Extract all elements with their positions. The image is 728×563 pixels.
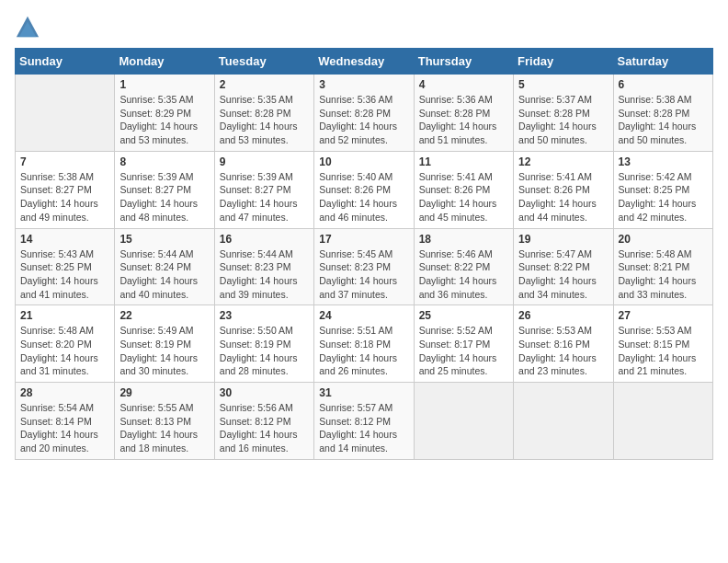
calendar-cell: 28Sunrise: 5:54 AM Sunset: 8:14 PM Dayli… bbox=[16, 383, 115, 460]
calendar-week-row: 1Sunrise: 5:35 AM Sunset: 8:29 PM Daylig… bbox=[16, 75, 713, 152]
day-info: Sunrise: 5:44 AM Sunset: 8:24 PM Dayligh… bbox=[119, 247, 209, 302]
col-header-sunday: Sunday bbox=[16, 49, 115, 75]
day-number: 10 bbox=[319, 155, 408, 168]
day-number: 5 bbox=[518, 78, 608, 91]
day-info: Sunrise: 5:56 AM Sunset: 8:12 PM Dayligh… bbox=[220, 401, 309, 455]
calendar-cell: 27Sunrise: 5:53 AM Sunset: 8:15 PM Dayli… bbox=[613, 305, 712, 383]
day-number: 29 bbox=[119, 386, 209, 399]
day-info: Sunrise: 5:48 AM Sunset: 8:20 PM Dayligh… bbox=[20, 324, 109, 378]
day-info: Sunrise: 5:57 AM Sunset: 8:12 PM Dayligh… bbox=[319, 401, 408, 455]
day-info: Sunrise: 5:44 AM Sunset: 8:23 PM Dayligh… bbox=[220, 247, 309, 302]
day-number: 16 bbox=[220, 233, 309, 246]
calendar-cell bbox=[16, 75, 115, 152]
day-info: Sunrise: 5:53 AM Sunset: 8:16 PM Dayligh… bbox=[518, 324, 608, 378]
day-number: 26 bbox=[518, 309, 608, 322]
calendar-cell: 15Sunrise: 5:44 AM Sunset: 8:24 PM Dayli… bbox=[115, 228, 214, 305]
calendar-week-row: 21Sunrise: 5:48 AM Sunset: 8:20 PM Dayli… bbox=[16, 305, 713, 383]
calendar-cell: 5Sunrise: 5:37 AM Sunset: 8:28 PM Daylig… bbox=[514, 75, 613, 152]
day-number: 3 bbox=[319, 78, 408, 91]
calendar-cell: 4Sunrise: 5:36 AM Sunset: 8:28 PM Daylig… bbox=[414, 75, 513, 152]
day-info: Sunrise: 5:53 AM Sunset: 8:15 PM Dayligh… bbox=[619, 324, 708, 378]
day-info: Sunrise: 5:39 AM Sunset: 8:27 PM Dayligh… bbox=[119, 170, 209, 224]
day-info: Sunrise: 5:54 AM Sunset: 8:14 PM Dayligh… bbox=[20, 401, 109, 455]
day-number: 1 bbox=[119, 78, 209, 91]
day-number: 8 bbox=[119, 155, 209, 168]
calendar-cell: 23Sunrise: 5:50 AM Sunset: 8:19 PM Dayli… bbox=[214, 305, 313, 383]
day-number: 15 bbox=[119, 233, 209, 246]
day-number: 27 bbox=[619, 309, 708, 322]
calendar-cell: 11Sunrise: 5:41 AM Sunset: 8:26 PM Dayli… bbox=[414, 151, 513, 228]
day-info: Sunrise: 5:39 AM Sunset: 8:27 PM Dayligh… bbox=[220, 170, 309, 224]
day-number: 9 bbox=[220, 155, 309, 168]
calendar-cell: 7Sunrise: 5:38 AM Sunset: 8:27 PM Daylig… bbox=[16, 151, 115, 228]
col-header-wednesday: Wednesday bbox=[314, 49, 414, 75]
calendar-cell: 25Sunrise: 5:52 AM Sunset: 8:17 PM Dayli… bbox=[414, 305, 513, 383]
day-info: Sunrise: 5:51 AM Sunset: 8:18 PM Dayligh… bbox=[319, 324, 408, 378]
day-info: Sunrise: 5:52 AM Sunset: 8:17 PM Dayligh… bbox=[419, 324, 508, 378]
calendar-cell: 3Sunrise: 5:36 AM Sunset: 8:28 PM Daylig… bbox=[314, 75, 414, 152]
calendar-cell: 14Sunrise: 5:43 AM Sunset: 8:25 PM Dayli… bbox=[16, 228, 115, 305]
day-number: 7 bbox=[20, 155, 109, 168]
calendar-cell: 16Sunrise: 5:44 AM Sunset: 8:23 PM Dayli… bbox=[214, 228, 313, 305]
calendar-cell: 13Sunrise: 5:42 AM Sunset: 8:25 PM Dayli… bbox=[613, 151, 712, 228]
page-header bbox=[15, 15, 713, 40]
calendar-cell: 19Sunrise: 5:47 AM Sunset: 8:22 PM Dayli… bbox=[514, 228, 613, 305]
calendar-cell: 30Sunrise: 5:56 AM Sunset: 8:12 PM Dayli… bbox=[214, 383, 313, 460]
calendar-cell: 12Sunrise: 5:41 AM Sunset: 8:26 PM Dayli… bbox=[514, 151, 613, 228]
day-info: Sunrise: 5:49 AM Sunset: 8:19 PM Dayligh… bbox=[119, 324, 209, 378]
day-info: Sunrise: 5:35 AM Sunset: 8:29 PM Dayligh… bbox=[119, 93, 209, 147]
day-number: 20 bbox=[619, 233, 708, 246]
calendar-cell: 6Sunrise: 5:38 AM Sunset: 8:28 PM Daylig… bbox=[613, 75, 712, 152]
calendar-table: SundayMondayTuesdayWednesdayThursdayFrid… bbox=[15, 48, 713, 460]
day-info: Sunrise: 5:37 AM Sunset: 8:28 PM Dayligh… bbox=[518, 93, 608, 147]
day-info: Sunrise: 5:47 AM Sunset: 8:22 PM Dayligh… bbox=[518, 247, 608, 302]
day-number: 4 bbox=[419, 78, 508, 91]
calendar-cell: 17Sunrise: 5:45 AM Sunset: 8:23 PM Dayli… bbox=[314, 228, 414, 305]
day-info: Sunrise: 5:43 AM Sunset: 8:25 PM Dayligh… bbox=[20, 247, 109, 302]
day-info: Sunrise: 5:41 AM Sunset: 8:26 PM Dayligh… bbox=[419, 170, 508, 224]
calendar-cell bbox=[613, 383, 712, 460]
day-info: Sunrise: 5:35 AM Sunset: 8:28 PM Dayligh… bbox=[220, 93, 309, 147]
day-info: Sunrise: 5:48 AM Sunset: 8:21 PM Dayligh… bbox=[619, 247, 708, 302]
day-number: 17 bbox=[319, 233, 408, 246]
calendar-cell: 31Sunrise: 5:57 AM Sunset: 8:12 PM Dayli… bbox=[314, 383, 414, 460]
day-number: 30 bbox=[220, 386, 309, 399]
day-info: Sunrise: 5:45 AM Sunset: 8:23 PM Dayligh… bbox=[319, 247, 408, 302]
day-info: Sunrise: 5:38 AM Sunset: 8:28 PM Dayligh… bbox=[619, 93, 708, 147]
calendar-cell: 29Sunrise: 5:55 AM Sunset: 8:13 PM Dayli… bbox=[115, 383, 214, 460]
calendar-cell: 24Sunrise: 5:51 AM Sunset: 8:18 PM Dayli… bbox=[314, 305, 414, 383]
logo-icon bbox=[15, 15, 40, 40]
day-number: 21 bbox=[20, 309, 109, 322]
day-info: Sunrise: 5:50 AM Sunset: 8:19 PM Dayligh… bbox=[220, 324, 309, 378]
day-number: 22 bbox=[119, 309, 209, 322]
day-number: 2 bbox=[220, 78, 309, 91]
col-header-saturday: Saturday bbox=[613, 49, 712, 75]
calendar-cell bbox=[414, 383, 513, 460]
calendar-cell: 22Sunrise: 5:49 AM Sunset: 8:19 PM Dayli… bbox=[115, 305, 214, 383]
day-number: 13 bbox=[619, 155, 708, 168]
calendar-cell: 2Sunrise: 5:35 AM Sunset: 8:28 PM Daylig… bbox=[214, 75, 313, 152]
day-number: 25 bbox=[419, 309, 508, 322]
calendar-cell: 26Sunrise: 5:53 AM Sunset: 8:16 PM Dayli… bbox=[514, 305, 613, 383]
day-number: 31 bbox=[319, 386, 408, 399]
calendar-cell: 9Sunrise: 5:39 AM Sunset: 8:27 PM Daylig… bbox=[214, 151, 313, 228]
logo bbox=[15, 15, 44, 40]
calendar-cell: 18Sunrise: 5:46 AM Sunset: 8:22 PM Dayli… bbox=[414, 228, 513, 305]
calendar-cell: 8Sunrise: 5:39 AM Sunset: 8:27 PM Daylig… bbox=[115, 151, 214, 228]
calendar-week-row: 7Sunrise: 5:38 AM Sunset: 8:27 PM Daylig… bbox=[16, 151, 713, 228]
calendar-cell bbox=[514, 383, 613, 460]
col-header-tuesday: Tuesday bbox=[214, 49, 313, 75]
calendar-week-row: 14Sunrise: 5:43 AM Sunset: 8:25 PM Dayli… bbox=[16, 228, 713, 305]
calendar-header-row: SundayMondayTuesdayWednesdayThursdayFrid… bbox=[16, 49, 713, 75]
day-info: Sunrise: 5:42 AM Sunset: 8:25 PM Dayligh… bbox=[619, 170, 708, 224]
calendar-cell: 1Sunrise: 5:35 AM Sunset: 8:29 PM Daylig… bbox=[115, 75, 214, 152]
day-number: 19 bbox=[518, 233, 608, 246]
day-number: 6 bbox=[619, 78, 708, 91]
day-number: 14 bbox=[20, 233, 109, 246]
day-number: 28 bbox=[20, 386, 109, 399]
calendar-cell: 20Sunrise: 5:48 AM Sunset: 8:21 PM Dayli… bbox=[613, 228, 712, 305]
calendar-cell: 21Sunrise: 5:48 AM Sunset: 8:20 PM Dayli… bbox=[16, 305, 115, 383]
day-info: Sunrise: 5:36 AM Sunset: 8:28 PM Dayligh… bbox=[419, 93, 508, 147]
day-info: Sunrise: 5:38 AM Sunset: 8:27 PM Dayligh… bbox=[20, 170, 109, 224]
col-header-friday: Friday bbox=[514, 49, 613, 75]
